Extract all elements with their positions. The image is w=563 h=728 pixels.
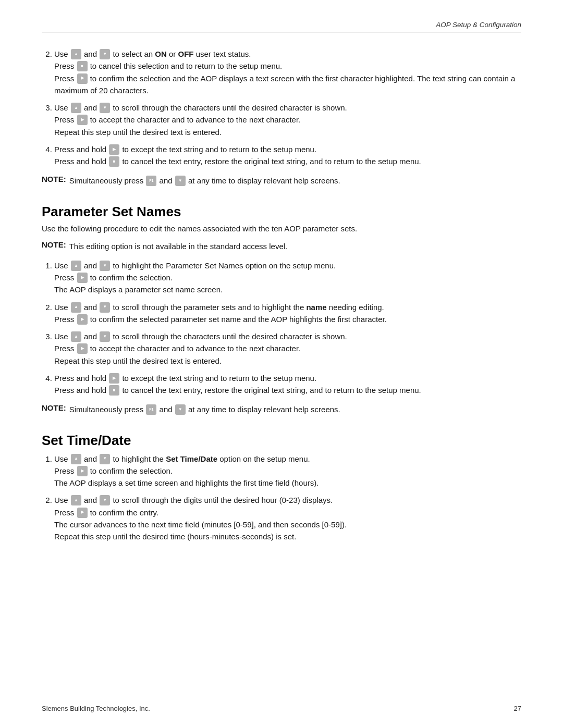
note-label: NOTE: (42, 240, 66, 249)
confirm-icon (77, 466, 88, 476)
up-arrow-icon (71, 454, 81, 464)
section1-note1: NOTE: This editing option is not availab… (42, 240, 521, 252)
cancel-icon (109, 385, 119, 396)
up-arrow-icon (71, 302, 81, 313)
header-rule (42, 32, 521, 32)
down-arrow-icon (175, 176, 186, 186)
confirm-icon (77, 115, 88, 125)
confirm-icon (77, 273, 88, 283)
down-arrow-icon (100, 103, 110, 113)
up-arrow-icon (71, 49, 81, 59)
note-label: NOTE: (42, 403, 66, 412)
parameter-set-names-heading: Parameter Set Names (42, 204, 521, 220)
confirm-icon (109, 373, 119, 384)
confirm-icon (77, 314, 88, 325)
down-arrow-icon (100, 454, 110, 464)
help-icon (146, 404, 156, 415)
section1-step-1: Use and to highlight the Parameter Set N… (54, 260, 521, 296)
page-header: AOP Setup & Configuration (42, 21, 521, 29)
section1-step-2: Use and to scroll through the parameter … (54, 301, 521, 326)
section1-step-4: Press and hold to except the text string… (54, 372, 521, 397)
note-text: Simultaneously press and at any time to … (69, 403, 340, 415)
up-arrow-icon (71, 261, 81, 271)
down-arrow-icon (175, 404, 186, 415)
section1-steps: Use and to highlight the Parameter Set N… (42, 260, 521, 397)
up-arrow-icon (71, 495, 81, 505)
section2-step-2: Use and to scroll through the digits unt… (54, 494, 521, 542)
note-text: Simultaneously press and at any time to … (69, 175, 340, 187)
preamble-item-2: Use and to select an ON or OFF user text… (54, 48, 521, 96)
section1-intro: Use the following procedure to edit the … (42, 224, 521, 233)
preamble-list: Use and to select an ON or OFF user text… (42, 48, 521, 167)
down-arrow-icon (100, 331, 110, 342)
confirm-icon (109, 144, 119, 155)
up-arrow-icon (71, 331, 81, 342)
set-time-date-heading: Set Time/Date (42, 433, 521, 449)
page-footer: Siemens Building Technologies, Inc. 27 (42, 705, 521, 712)
cancel-icon (109, 156, 119, 167)
cancel-icon (77, 61, 88, 71)
section2-step-1: Use and to highlight the Set Time/Date o… (54, 453, 521, 489)
note-text: This editing option is not available in … (69, 240, 288, 252)
section1-step-3: Use and to scroll through the characters… (54, 330, 521, 367)
confirm-icon (77, 73, 88, 84)
up-arrow-icon (71, 103, 81, 113)
header-title: AOP Setup & Configuration (436, 21, 521, 29)
preamble-item-4: Press and hold to except the text string… (54, 143, 521, 168)
footer-page-number: 27 (514, 705, 521, 712)
help-icon (146, 176, 156, 186)
down-arrow-icon (100, 261, 110, 271)
preamble-note: NOTE: Simultaneously press and at any ti… (42, 175, 521, 187)
down-arrow-icon (100, 49, 110, 59)
note-label: NOTE: (42, 175, 66, 183)
section2-steps: Use and to highlight the Set Time/Date o… (42, 453, 521, 543)
down-arrow-icon (100, 495, 110, 505)
preamble-item-3: Use and to scroll through the characters… (54, 102, 521, 138)
down-arrow-icon (100, 302, 110, 313)
confirm-icon (77, 508, 88, 518)
confirm-icon (77, 343, 88, 354)
section1-note2: NOTE: Simultaneously press and at any ti… (42, 403, 521, 415)
footer-company: Siemens Building Technologies, Inc. (42, 705, 150, 712)
